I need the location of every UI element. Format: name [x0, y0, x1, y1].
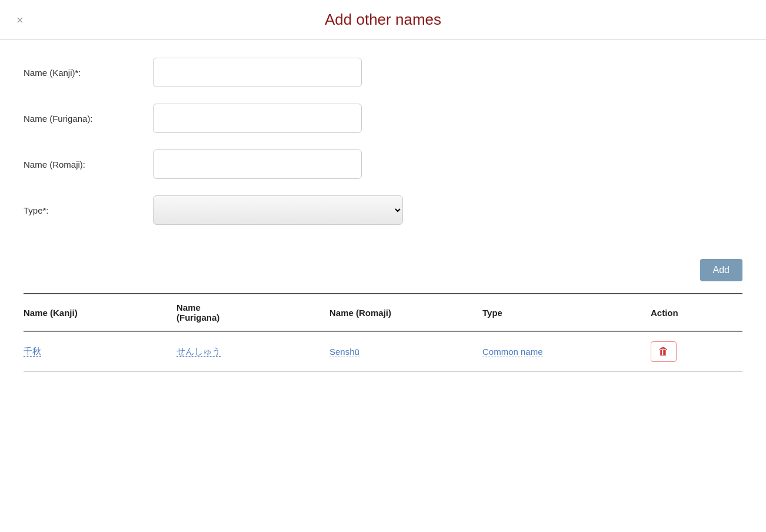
- type-select[interactable]: Common name Legal name Alias Other: [153, 195, 403, 225]
- kanji-row: Name (Kanji)*:: [24, 58, 742, 87]
- trash-icon: 🗑: [658, 345, 669, 358]
- table-header-row: Name (Kanji) Name (Furigana) Name (Romaj…: [24, 294, 742, 331]
- col-header-romaji: Name (Romaji): [329, 294, 482, 331]
- romaji-link[interactable]: Senshū: [329, 347, 359, 357]
- cell-action: 🗑: [651, 331, 742, 372]
- romaji-label: Name (Romaji):: [24, 159, 153, 169]
- furigana-link[interactable]: せんしゅう: [176, 346, 221, 357]
- type-row: Type*: Common name Legal name Alias Othe…: [24, 195, 742, 225]
- delete-button[interactable]: 🗑: [651, 341, 677, 362]
- table-body: 千秋 せんしゅう Senshū Common name 🗑: [24, 331, 742, 372]
- type-label: Type*:: [24, 205, 153, 215]
- names-table: Name (Kanji) Name (Furigana) Name (Romaj…: [24, 293, 742, 372]
- col-header-type: Type: [482, 294, 651, 331]
- dialog-header: × Add other names: [0, 0, 766, 40]
- col-header-furigana: Name (Furigana): [176, 294, 329, 331]
- table-row: 千秋 せんしゅう Senshū Common name 🗑: [24, 331, 742, 372]
- col-furigana-line1: Name: [176, 302, 201, 312]
- cell-type: Common name: [482, 331, 651, 372]
- furigana-input[interactable]: [153, 104, 362, 133]
- kanji-link[interactable]: 千秋: [24, 346, 41, 357]
- cell-romaji: Senshū: [329, 331, 482, 372]
- col-header-action: Action: [651, 294, 742, 331]
- furigana-label: Name (Furigana):: [24, 114, 153, 124]
- dialog-title: Add other names: [14, 11, 752, 29]
- furigana-row: Name (Furigana):: [24, 104, 742, 133]
- cell-kanji: 千秋: [24, 331, 176, 372]
- col-furigana-line2: (Furigana): [176, 312, 219, 322]
- kanji-input[interactable]: [153, 58, 362, 87]
- romaji-row: Name (Romaji):: [24, 149, 742, 179]
- close-button[interactable]: ×: [14, 12, 26, 28]
- cell-furigana: せんしゅう: [176, 331, 329, 372]
- form-section: Name (Kanji)*: Name (Furigana): Name (Ro…: [0, 40, 766, 253]
- add-button[interactable]: Add: [700, 259, 742, 281]
- col-header-kanji: Name (Kanji): [24, 294, 176, 331]
- type-link[interactable]: Common name: [482, 347, 543, 357]
- kanji-label: Name (Kanji)*:: [24, 68, 153, 78]
- romaji-input[interactable]: [153, 149, 362, 179]
- table-section: Name (Kanji) Name (Furigana) Name (Romaj…: [0, 293, 766, 372]
- add-button-row: Add: [0, 253, 766, 293]
